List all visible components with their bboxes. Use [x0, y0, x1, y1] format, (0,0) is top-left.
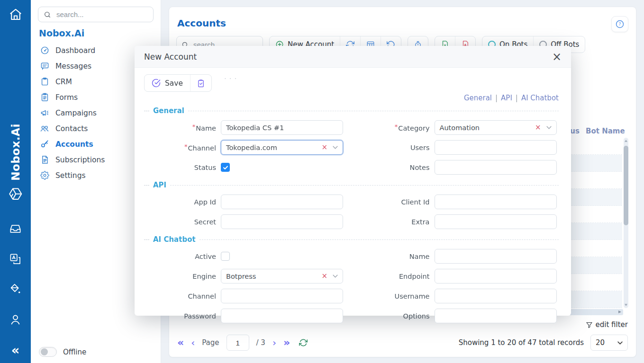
field-channel: *Channel Tokopedia.com × [144, 140, 345, 155]
app-id-input[interactable] [221, 195, 343, 209]
table-header-bot-name[interactable]: Bot Name [586, 127, 625, 135]
funnel-icon [586, 321, 593, 328]
sidebar-item-label: Accounts [55, 140, 93, 149]
clipboard-check-icon [197, 79, 205, 88]
total-pages: / 3 [256, 338, 265, 347]
field-options: Options [358, 309, 559, 323]
paint-fill-icon[interactable] [9, 283, 22, 296]
forms-icon [40, 93, 49, 102]
search-icon [44, 11, 51, 18]
engine-select[interactable]: Botpress × [221, 269, 343, 283]
contacts-icon [40, 124, 49, 133]
chevron-down-icon [617, 341, 623, 345]
section-ai-chatbot: AI Chatbot [144, 235, 559, 244]
pagination-bar: « ‹ Page / 3 › » Showing 1 to 20 of 47 t… [177, 335, 628, 351]
crm-clipboard-icon [40, 77, 49, 86]
field-client-id: Client Id [358, 195, 559, 209]
check-circle-icon [152, 79, 161, 88]
password-input[interactable] [221, 309, 343, 323]
sidebar-search[interactable] [38, 7, 154, 22]
save-button[interactable]: Save [145, 75, 190, 91]
gear-icon [40, 171, 49, 180]
bot-channel-input[interactable] [221, 289, 343, 303]
prev-page-button[interactable]: ‹ [191, 338, 195, 347]
nav-link-api[interactable]: API [501, 94, 512, 102]
field-notes: Notes [358, 160, 559, 175]
collapse-sidebar-icon[interactable]: « [11, 344, 19, 356]
offline-toggle[interactable] [39, 347, 57, 357]
translate-icon[interactable] [9, 253, 22, 266]
modal-section-nav: General|API|AI Chatbot [144, 94, 559, 102]
subscriptions-file-icon [40, 155, 49, 164]
records-summary: Showing 1 to 20 of 47 total records [459, 338, 584, 347]
page-number-input[interactable] [227, 335, 249, 351]
last-page-button[interactable]: » [283, 337, 290, 348]
next-page-button[interactable]: › [272, 338, 276, 347]
page-title: Accounts [177, 18, 226, 29]
vertical-scrollbar[interactable] [624, 138, 628, 308]
field-username: Username [358, 289, 559, 303]
field-active: Active [144, 249, 345, 264]
sidebar-item-label: Contacts [55, 124, 88, 133]
sidebar-item-label: Campaigns [55, 109, 97, 117]
vertical-brand: Nobox.Ai [0, 112, 31, 212]
sidebar-item-label: CRM [55, 78, 72, 86]
clear-icon[interactable]: × [321, 144, 327, 151]
sidebar-item-label: Messages [55, 62, 91, 71]
home-icon[interactable] [0, 8, 31, 22]
user-icon[interactable] [9, 313, 22, 326]
first-page-button[interactable]: « [177, 337, 184, 348]
sidebar-brand-title: Nobox.Ai [39, 28, 161, 38]
megaphone-icon [40, 108, 49, 117]
sidebar-item-label: Forms [55, 93, 78, 102]
new-account-modal: New Account × Save ··· General|API|AI Ch… [135, 46, 571, 316]
field-endpoint: Endpoint [358, 269, 559, 283]
notes-input[interactable] [435, 160, 557, 175]
bot-name-input[interactable] [435, 249, 557, 264]
username-input[interactable] [435, 289, 557, 303]
save-and-copy-button[interactable] [190, 75, 211, 91]
field-bot-name: Name [358, 249, 559, 264]
field-password: Password [144, 309, 345, 323]
nav-link-ai-chatbot[interactable]: AI Chatbot [521, 94, 559, 102]
check-icon [223, 165, 228, 170]
scrollbar-thumb[interactable] [624, 146, 628, 225]
name-input[interactable] [221, 120, 343, 135]
inbox-icon[interactable] [9, 222, 22, 235]
status-checkbox[interactable] [221, 163, 230, 172]
secret-input[interactable] [221, 214, 343, 229]
field-category: *Category Automation × [358, 120, 559, 135]
close-icon[interactable]: × [552, 51, 562, 62]
category-select[interactable]: Automation × [435, 120, 557, 135]
extra-input[interactable] [435, 214, 557, 229]
modal-title: New Account [144, 52, 197, 62]
nav-link-general[interactable]: General [464, 94, 492, 102]
modal-action-group: Save [144, 74, 212, 92]
channel-select[interactable]: Tokopedia.com × [221, 140, 343, 155]
refresh-icon [299, 338, 308, 347]
page-label: Page [202, 338, 219, 347]
modal-header: New Account × [135, 46, 571, 68]
help-button[interactable]: ? [611, 16, 628, 32]
clear-icon[interactable]: × [535, 124, 541, 131]
key-icon [40, 140, 49, 149]
client-id-input[interactable] [435, 195, 557, 209]
toggle-knob [41, 348, 48, 355]
drag-handle-dots: ··· [224, 75, 239, 83]
field-status: Status [144, 160, 345, 175]
edit-filter-button[interactable]: edit filter [586, 320, 628, 329]
options-input[interactable] [435, 309, 557, 323]
offline-label: Offline [63, 348, 86, 356]
endpoint-input[interactable] [435, 269, 557, 283]
users-input[interactable] [435, 140, 557, 155]
reload-table-button[interactable] [299, 338, 308, 347]
brand-box-icon [9, 187, 23, 201]
sidebar-search-input[interactable] [55, 10, 152, 19]
active-checkbox[interactable] [221, 252, 230, 261]
dashboard-icon [40, 46, 49, 55]
field-users: Users [358, 140, 559, 155]
messages-icon [40, 62, 49, 71]
clear-icon[interactable]: × [321, 273, 327, 280]
sidebar-item-label: Settings [55, 171, 86, 180]
page-size-select[interactable]: 20 [590, 335, 628, 351]
